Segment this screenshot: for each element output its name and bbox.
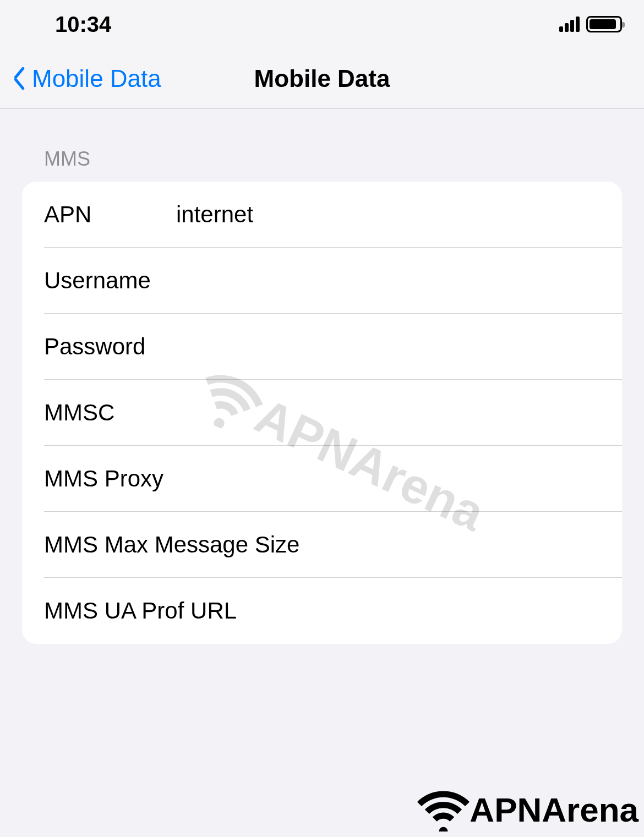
back-label: Mobile Data bbox=[32, 65, 161, 92]
mms-max-size-label: MMS Max Message Size bbox=[44, 532, 299, 558]
mms-proxy-label: MMS Proxy bbox=[44, 466, 163, 492]
mms-proxy-input[interactable] bbox=[163, 466, 622, 492]
password-input[interactable] bbox=[176, 333, 622, 360]
apn-input[interactable] bbox=[176, 201, 622, 228]
mmsc-input[interactable] bbox=[176, 400, 622, 426]
battery-icon bbox=[586, 16, 622, 32]
mmsc-label: MMSC bbox=[44, 400, 176, 426]
apn-row[interactable]: APN bbox=[22, 182, 622, 248]
content-area: MMS APN Username Password MMSC MMS Proxy… bbox=[0, 109, 644, 644]
section-header-mms: MMS bbox=[22, 147, 622, 171]
back-button[interactable]: Mobile Data bbox=[11, 65, 161, 92]
status-bar: 10:34 bbox=[0, 0, 644, 48]
navigation-bar: Mobile Data Mobile Data bbox=[0, 48, 644, 109]
wifi-icon bbox=[417, 787, 470, 831]
username-row[interactable]: Username bbox=[22, 248, 622, 314]
page-title: Mobile Data bbox=[254, 65, 390, 92]
password-row[interactable]: Password bbox=[22, 314, 622, 380]
status-time: 10:34 bbox=[55, 12, 111, 37]
username-label: Username bbox=[44, 267, 176, 294]
footer-brand: APNArena bbox=[417, 787, 638, 831]
mms-ua-prof-input[interactable] bbox=[237, 598, 622, 624]
chevron-left-icon bbox=[11, 66, 28, 91]
mms-max-size-row[interactable]: MMS Max Message Size bbox=[22, 512, 622, 578]
status-indicators bbox=[559, 16, 622, 32]
password-label: Password bbox=[44, 333, 176, 360]
mms-ua-prof-label: MMS UA Prof URL bbox=[44, 598, 237, 624]
mms-proxy-row[interactable]: MMS Proxy bbox=[22, 446, 622, 512]
username-input[interactable] bbox=[176, 267, 622, 294]
apn-label: APN bbox=[44, 201, 176, 228]
cellular-signal-icon bbox=[559, 17, 580, 32]
mmsc-row[interactable]: MMSC bbox=[22, 380, 622, 446]
mms-ua-prof-row[interactable]: MMS UA Prof URL bbox=[22, 578, 622, 644]
mms-max-size-input[interactable] bbox=[299, 532, 622, 558]
mms-settings-group: APN Username Password MMSC MMS Proxy MMS… bbox=[22, 182, 622, 644]
